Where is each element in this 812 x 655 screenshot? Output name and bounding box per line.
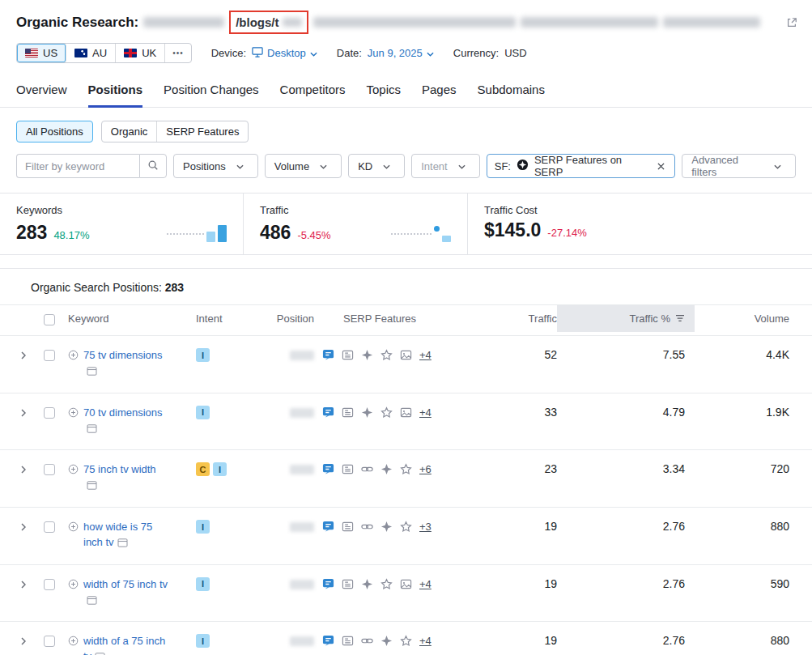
serp-more-link[interactable]: +4 <box>419 349 432 361</box>
serp-more-link[interactable]: +4 <box>419 406 432 419</box>
knowledge-panel-icon <box>342 406 354 419</box>
keyword-filter-input[interactable] <box>16 154 139 178</box>
advanced-filters-dropdown[interactable]: Advanced filters <box>682 154 796 178</box>
serp-preview-icon[interactable] <box>95 651 105 655</box>
knowledge-panel-icon <box>342 463 354 475</box>
serp-preview-icon[interactable] <box>117 537 128 552</box>
expand-row-icon[interactable] <box>16 349 31 362</box>
positions-filter-dropdown[interactable]: Positions <box>173 154 258 178</box>
traffic-pct-value: 3.34 <box>557 450 695 487</box>
serp-features-applied-filter[interactable]: SF: SERP Features on SERP <box>487 154 676 178</box>
intent-badge-i[interactable]: I <box>196 634 210 648</box>
volume-value: 1.9K <box>695 393 789 431</box>
intent-badge-i[interactable]: I <box>196 406 210 419</box>
add-keyword-icon[interactable] <box>68 350 79 360</box>
device-selector[interactable]: Desktop <box>252 47 317 60</box>
reviews-star-icon <box>400 635 412 647</box>
keyword-link[interactable]: 75 tv dimensions <box>83 349 163 361</box>
sf-filter-value: SERP Features on SERP <box>534 154 648 178</box>
traffic-pct-value: 2.76 <box>557 622 695 655</box>
keyword-link[interactable]: 70 tv dimensions <box>83 406 163 419</box>
featured-snippet-icon <box>322 349 334 361</box>
row-checkbox[interactable] <box>44 464 55 475</box>
intent-badge-i[interactable]: I <box>196 348 210 362</box>
column-header-volume[interactable]: Volume <box>695 305 789 332</box>
more-countries-button[interactable]: ••• <box>165 44 191 62</box>
serp-preview-icon[interactable] <box>87 365 97 381</box>
kd-filter-dropdown[interactable]: KD <box>348 154 405 178</box>
column-header-traffic[interactable]: Traffic <box>476 305 557 332</box>
volume-filter-dropdown[interactable]: Volume <box>265 154 342 178</box>
intent-badges: I <box>183 508 244 546</box>
external-link-icon[interactable] <box>786 17 797 28</box>
filter-pill-organic[interactable]: Organic <box>102 121 158 142</box>
chevron-down-icon <box>378 162 395 172</box>
chevron-down-icon <box>453 162 470 172</box>
intent-badge-i[interactable]: I <box>213 462 227 476</box>
country-tab-uk[interactable]: UK <box>116 44 165 62</box>
country-code: AU <box>92 47 107 59</box>
filter-pill-serp-features[interactable]: SERP Features <box>157 121 248 142</box>
add-keyword-icon[interactable] <box>68 464 79 474</box>
row-checkbox[interactable] <box>44 521 55 533</box>
filter-pill-group: Organic SERP Features <box>101 121 249 142</box>
country-tab-us[interactable]: US <box>17 44 66 62</box>
serp-more-link[interactable]: +3 <box>419 521 432 533</box>
add-keyword-icon[interactable] <box>68 579 79 589</box>
intent-badge-i[interactable]: I <box>196 577 210 591</box>
serp-more-link[interactable]: +6 <box>419 463 432 475</box>
select-all-checkbox[interactable] <box>44 314 55 325</box>
tab-pages[interactable]: Pages <box>422 83 457 107</box>
serp-preview-icon[interactable] <box>87 423 97 438</box>
column-header-intent[interactable]: Intent <box>183 305 244 332</box>
table-row: how wide is 75 inch tvI+3192.76880 <box>0 508 812 565</box>
row-checkbox[interactable] <box>44 579 55 590</box>
keyword-link[interactable]: width of 75 inch tv <box>83 578 168 590</box>
report-controls: USAUUK••• Device: Desktop Date: Jun 9, 2… <box>0 39 812 71</box>
serp-preview-icon[interactable] <box>87 594 97 610</box>
position-value-redacted <box>290 580 314 589</box>
sort-descending-icon[interactable] <box>675 313 685 325</box>
expand-row-icon[interactable] <box>16 406 31 419</box>
expand-row-icon[interactable] <box>16 521 31 534</box>
tab-competitors[interactable]: Competitors <box>280 83 346 107</box>
search-button[interactable] <box>139 154 167 178</box>
metric-label: Traffic Cost <box>484 204 796 216</box>
date-selector[interactable]: Jun 9, 2025 <box>368 47 434 59</box>
column-header-position[interactable]: Position <box>244 305 314 332</box>
metric-change: -27.14% <box>547 227 586 239</box>
intent-badge-i[interactable]: I <box>196 520 210 534</box>
remove-sf-filter-button[interactable] <box>655 158 667 175</box>
add-keyword-icon[interactable] <box>68 636 79 646</box>
expand-row-icon[interactable] <box>16 635 31 648</box>
serp-more-link[interactable]: +4 <box>419 635 432 647</box>
close-icon <box>657 160 665 172</box>
flag-au-icon <box>74 49 87 57</box>
keyword-filter <box>16 154 167 178</box>
intent-badge-c[interactable]: C <box>196 462 210 476</box>
add-keyword-icon[interactable] <box>68 407 79 418</box>
serp-more-link[interactable]: +4 <box>419 578 432 590</box>
column-header-traffic-pct[interactable]: Traffic % <box>557 305 695 332</box>
filter-pill-all-positions[interactable]: All Positions <box>16 121 93 142</box>
serp-preview-icon[interactable] <box>87 479 97 495</box>
expand-row-icon[interactable] <box>16 463 31 476</box>
row-checkbox[interactable] <box>44 636 55 647</box>
tab-position-changes[interactable]: Position Changes <box>164 83 259 107</box>
tab-subdomains[interactable]: Subdomains <box>478 83 545 107</box>
metric-label: Traffic <box>260 204 451 216</box>
tab-topics[interactable]: Topics <box>366 83 401 107</box>
column-header-serp-features[interactable]: SERP Features <box>314 305 476 332</box>
country-tab-au[interactable]: AU <box>66 44 116 62</box>
column-header-keyword[interactable]: Keyword <box>68 305 183 332</box>
keyword-link[interactable]: 75 inch tv width <box>83 463 156 475</box>
add-keyword-icon[interactable] <box>68 521 79 532</box>
row-checkbox[interactable] <box>44 407 55 419</box>
intent-filter-dropdown[interactable]: Intent <box>411 154 480 178</box>
expand-row-icon[interactable] <box>16 578 31 591</box>
image-pack-icon <box>400 349 412 361</box>
row-checkbox[interactable] <box>44 350 55 361</box>
date-value: Jun 9, 2025 <box>368 47 423 59</box>
tab-positions[interactable]: Positions <box>88 83 143 108</box>
tab-overview[interactable]: Overview <box>16 83 67 107</box>
